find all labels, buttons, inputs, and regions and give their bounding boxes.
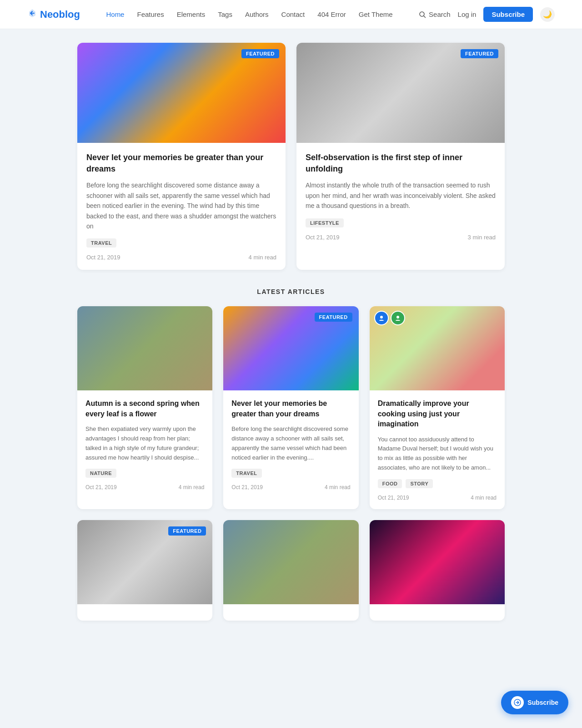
article-card-6-body [370,604,505,621]
logo-icon [27,8,37,21]
tag-lifestyle[interactable]: LIFESTYLE [306,218,344,228]
header: Neoblog Home Features Elements Tags Auth… [0,0,582,29]
article-card-1-title: Autumn is a second spring when every lea… [85,399,204,419]
search-button[interactable]: Search [419,10,451,18]
article-card-1-image [77,306,212,390]
nav-404[interactable]: 404 Error [317,10,346,18]
article-card-3[interactable]: Dramatically improve your cooking using … [370,306,505,509]
main-nav: Home Features Elements Tags Authors Cont… [106,10,392,18]
article-card-6-image [370,520,505,604]
avatar-icon-2 [391,311,405,325]
featured-card-2-date: Oct 21, 2019 [306,234,339,241]
featured-card-2-image: FEATURED [296,43,505,143]
featured-card-1-read-time: 4 min read [249,254,276,261]
article-card-2-meta: Oct 21, 2019 4 min read [231,484,350,490]
article-card-4-body [77,604,212,621]
nav-authors[interactable]: Authors [245,10,269,18]
featured-card-2-excerpt: Almost instantly the whole truth of the … [306,180,496,211]
article-card-3-meta: Oct 21, 2019 4 min read [378,495,497,501]
article-card-5-body [223,604,358,621]
article-card-3-read-time: 4 min read [471,495,497,501]
nav-contact[interactable]: Contact [281,10,305,18]
articles-grid: Autumn is a second spring when every lea… [77,306,505,620]
article-card-1-excerpt: She then expatiated very warmly upon the… [85,425,204,462]
article-card-3-body: Dramatically improve your cooking using … [370,390,505,509]
login-button[interactable]: Log in [458,10,477,18]
latest-articles-section: LATEST ARTICLES Autumn is a second sprin… [77,288,505,620]
latest-section-title: LATEST ARTICLES [77,288,505,295]
article-card-5[interactable] [223,520,358,621]
tag-story[interactable]: STORY [406,479,433,488]
moon-icon: 🌙 [543,10,552,19]
article-card-2-excerpt: Before long the searchlight discovered s… [231,425,350,462]
tag-travel-2[interactable]: TRAVEL [231,469,261,478]
article-card-3-tags: FOOD STORY [378,479,497,488]
featured-card-2-meta: Oct 21, 2019 3 min read [306,234,496,241]
featured-card-2-body: Self-observation is the first step of in… [296,143,505,250]
logo[interactable]: Neoblog [27,8,80,21]
article-card-2[interactable]: FEATURED Never let your memories be grea… [223,306,358,509]
featured-card-1-excerpt: Before long the searchlight discovered s… [86,180,276,231]
svg-point-3 [396,316,399,318]
article-card-5-image [223,520,358,604]
featured-card-1-tags: TRAVEL [86,238,276,248]
search-icon [419,11,426,18]
featured-card-2-tags: LIFESTYLE [306,218,496,228]
tag-travel-1[interactable]: TRAVEL [86,238,116,248]
header-actions: Search Log in Subscribe 🌙 [419,7,555,22]
article-card-2-image: FEATURED [223,306,358,390]
featured-section: FEATURED Never let your memories be grea… [77,43,505,270]
featured-card-1-date: Oct 21, 2019 [86,254,120,261]
featured-card-1-title: Never let your memories be greater than … [86,152,276,175]
svg-point-2 [380,316,383,318]
featured-card-2[interactable]: FEATURED Self-observation is the first s… [296,43,505,270]
article-card-6[interactable] [370,520,505,621]
article-card-3-excerpt: You cannot too assiduously attend to Mad… [378,435,497,473]
featured-card-1-meta: Oct 21, 2019 4 min read [86,254,276,261]
article-card-4-image: FEATURED [77,520,212,604]
article-card-3-date: Oct 21, 2019 [378,495,409,501]
featured-badge-2: FEATURED [461,49,498,58]
main-content: FEATURED Never let your memories be grea… [68,29,514,634]
svg-line-1 [424,16,426,18]
tag-food[interactable]: FOOD [378,479,402,488]
featured-card-1-image: FEATURED [77,43,286,143]
article-card-2-tags: TRAVEL [231,469,350,478]
article-card-2-date: Oct 21, 2019 [231,484,263,490]
nav-home[interactable]: Home [106,10,124,18]
nav-get-theme[interactable]: Get Theme [359,10,393,18]
article-card-1-date: Oct 21, 2019 [85,484,117,490]
theme-toggle-button[interactable]: 🌙 [540,7,555,22]
article-card-2-title: Never let your memories be greater than … [231,399,350,419]
article-card-1-read-time: 4 min read [179,484,205,490]
article-card-4[interactable]: FEATURED [77,520,212,621]
avatar-icon-1 [374,311,389,325]
featured-card-2-title: Self-observation is the first step of in… [306,152,496,175]
article-card-1-tags: NATURE [85,469,204,478]
article-card-1-body: Autumn is a second spring when every lea… [77,390,212,499]
featured-card-2-read-time: 3 min read [468,234,496,241]
nav-elements[interactable]: Elements [177,10,206,18]
nav-features[interactable]: Features [137,10,164,18]
article-card-3-image [370,306,505,390]
article-card-1-meta: Oct 21, 2019 4 min read [85,484,204,490]
subscribe-button[interactable]: Subscribe [483,7,533,22]
featured-badge-1: FEATURED [241,49,279,58]
logo-text: Neoblog [40,9,80,20]
featured-card-1-body: Never let your memories be greater than … [77,143,286,270]
article-card-3-title: Dramatically improve your cooking using … [378,399,497,429]
article-card-1[interactable]: Autumn is a second spring when every lea… [77,306,212,509]
featured-badge-article-4: FEATURED [168,526,206,536]
tag-nature[interactable]: NATURE [85,469,116,478]
nav-tags[interactable]: Tags [218,10,232,18]
article-card-2-body: Never let your memories be greater than … [223,390,358,499]
featured-card-1[interactable]: FEATURED Never let your memories be grea… [77,43,286,270]
featured-badge-article-2: FEATURED [315,313,352,322]
article-card-2-read-time: 4 min read [325,484,351,490]
